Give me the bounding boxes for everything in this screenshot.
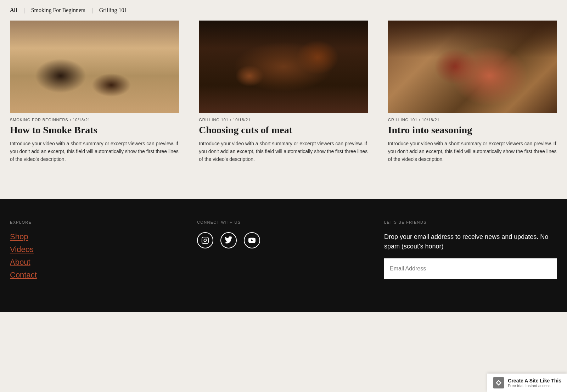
video-thumbnail-3[interactable] (388, 21, 557, 113)
video-grid: SMOKING FOR BEGINNERS • 10/18/21 How to … (0, 21, 567, 199)
filter-grilling[interactable]: Grilling 101 (99, 7, 127, 13)
svg-rect-0 (202, 237, 208, 243)
twitter-icon[interactable] (220, 232, 237, 248)
video-title-1[interactable]: How to Smoke Brats (10, 124, 179, 136)
filter-navigation: All | Smoking For Beginners | Grilling 1… (0, 0, 567, 21)
video-card-3: GRILLING 101 • 10/18/21 Intro into seaso… (378, 21, 567, 178)
filter-separator-1: | (23, 7, 24, 13)
email-input[interactable] (384, 258, 557, 279)
video-thumbnail-2[interactable] (199, 21, 368, 113)
video-excerpt-2: Introduce your video with a short summar… (199, 140, 368, 163)
footer-explore-col: EXPLORE Shop Videos About Contact (10, 220, 183, 298)
footer-link-videos[interactable]: Videos (10, 245, 183, 254)
video-meta-2: GRILLING 101 • 10/18/21 (199, 118, 368, 122)
footer-explore-title: EXPLORE (10, 220, 183, 224)
filter-smoking[interactable]: Smoking For Beginners (31, 7, 85, 13)
footer-friends-title: LET'S BE FRIENDS (384, 220, 557, 224)
video-card-1: SMOKING FOR BEGINNERS • 10/18/21 How to … (0, 21, 189, 178)
footer-connect-title: CONNECT WITH US (197, 220, 370, 224)
footer-friends-col: LET'S BE FRIENDS Drop your email address… (384, 220, 557, 298)
filter-all[interactable]: All (10, 7, 17, 13)
footer-link-contact[interactable]: Contact (10, 270, 183, 280)
email-input-wrap (384, 258, 557, 279)
video-meta-1: SMOKING FOR BEGINNERS • 10/18/21 (10, 118, 179, 122)
video-card-2: GRILLING 101 • 10/18/21 Choosing cuts of… (189, 21, 378, 178)
footer-connect-col: CONNECT WITH US (197, 220, 370, 298)
video-title-2[interactable]: Choosing cuts of meat (199, 124, 368, 136)
footer-link-shop[interactable]: Shop (10, 232, 183, 241)
video-thumbnail-1[interactable] (10, 21, 179, 113)
youtube-icon[interactable] (244, 232, 260, 248)
video-meta-3: GRILLING 101 • 10/18/21 (388, 118, 557, 122)
instagram-icon[interactable] (197, 232, 213, 248)
svg-point-2 (207, 238, 207, 239)
svg-point-1 (204, 239, 206, 241)
video-title-3[interactable]: Intro into seasoning (388, 124, 557, 136)
video-excerpt-3: Introduce your video with a short summar… (388, 140, 557, 163)
footer-link-about[interactable]: About (10, 258, 183, 267)
footer-friends-text: Drop your email address to receive news … (384, 232, 557, 251)
filter-separator-2: | (92, 7, 93, 13)
social-icons-container (197, 232, 370, 248)
video-excerpt-1: Introduce your video with a short summar… (10, 140, 179, 163)
footer: EXPLORE Shop Videos About Contact CONNEC… (0, 199, 567, 312)
